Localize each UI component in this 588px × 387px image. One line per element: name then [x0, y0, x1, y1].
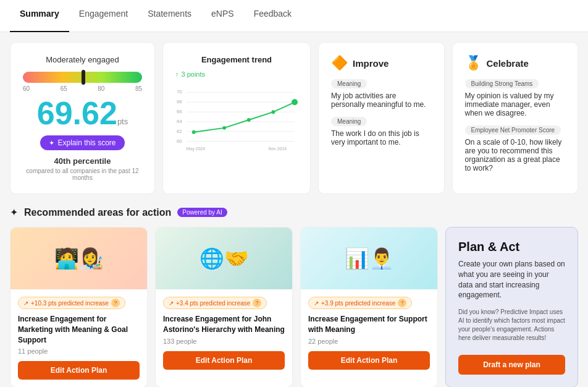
plan-desc: Create your own plans based on what you …	[458, 259, 565, 300]
predict-info-icon[interactable]: ?	[253, 299, 261, 307]
top-navigation: SummaryEngagementStatementseNPSFeedback	[0, 0, 588, 32]
predict-text: +3.4 pts predicted increase	[176, 300, 250, 307]
celebrate-items: Building Strong TeamsMy opinion is value…	[465, 79, 566, 172]
action-card-body: ↗ +3.4 pts predicted increase ? Increase…	[156, 289, 292, 377]
svg-text:68: 68	[177, 99, 182, 104]
predict-arrow-icon: ↗	[314, 300, 319, 307]
celebrate-card-header: 🏅 Celebrate	[465, 55, 566, 71]
celebrate-tag: Building Strong Teams	[465, 79, 539, 88]
nav-tab-summary[interactable]: Summary	[10, 0, 69, 32]
action-card-count: 133 people	[163, 338, 285, 345]
improve-item: MeaningThe work I do on this job is very…	[331, 116, 432, 147]
celebrate-item: Building Strong TeamsMy opinion is value…	[465, 79, 566, 117]
improve-tag: Meaning	[331, 79, 367, 88]
celebrate-item: Employee Net Promoter ScoreOn a scale of…	[465, 125, 566, 172]
celebrate-text: On a scale of 0-10, how likely are you t…	[465, 138, 566, 172]
svg-point-14	[247, 118, 251, 122]
edit-action-plan-button[interactable]: Edit Action Plan	[308, 351, 430, 370]
action-card: 🌐🤝 ↗ +3.4 pts predicted increase ? Incre…	[155, 227, 293, 387]
trend-arrow-icon: ↑	[175, 70, 179, 78]
predict-info-icon[interactable]: ?	[111, 299, 120, 307]
main-content: Moderately engaged 60 65 80 85 69.62pts …	[0, 32, 588, 387]
predict-badge: ↗ +10.3 pts predicted increase ?	[18, 297, 125, 309]
recommended-title: Recommended areas for action	[24, 207, 171, 218]
svg-text:Nov 2024: Nov 2024	[268, 147, 287, 151]
sparkle-icon: ✦	[49, 139, 54, 147]
trend-badge: ↑ 3 points	[175, 70, 298, 78]
draft-new-plan-button[interactable]: Draft a new plan	[458, 355, 565, 375]
svg-text:May 2024: May 2024	[187, 147, 206, 152]
explain-btn-label: Explain this score	[57, 138, 116, 147]
svg-text:62: 62	[177, 129, 182, 134]
predict-badge: ↗ +3.9 pts predicted increase ?	[308, 297, 412, 309]
svg-point-16	[292, 99, 298, 105]
improve-text: My job activities are personally meaning…	[331, 91, 432, 109]
nav-tab-statements[interactable]: Statements	[138, 0, 201, 32]
action-card-image: 📊👨‍💼	[301, 228, 437, 289]
svg-text:66: 66	[177, 109, 182, 114]
action-cards-row: 🧑‍💻👩‍🎨 ↗ +10.3 pts predicted increase ? …	[10, 227, 578, 387]
svg-text:60: 60	[177, 138, 182, 144]
improve-tag: Meaning	[331, 117, 367, 126]
action-card-body: ↗ +3.9 pts predicted increase ? Increase…	[301, 289, 437, 377]
improve-card-header: 🔶 Improve	[331, 55, 432, 71]
celebrate-title: Celebrate	[487, 58, 529, 69]
predict-text: +3.9 pts predicted increase	[321, 300, 395, 307]
predict-info-icon[interactable]: ?	[398, 299, 406, 307]
nav-tab-enps[interactable]: eNPS	[201, 0, 244, 32]
trend-title: Engagement trend	[175, 55, 298, 64]
svg-text:70: 70	[177, 89, 182, 95]
improve-icon: 🔶	[331, 55, 348, 71]
action-card-illustration: 🌐🤝	[200, 247, 249, 270]
action-cards-container: 🧑‍💻👩‍🎨 ↗ +10.3 pts predicted increase ? …	[10, 227, 438, 387]
score-pts-label: pts	[117, 117, 128, 126]
svg-point-15	[271, 110, 275, 114]
nav-tab-engagement[interactable]: Engagement	[69, 0, 138, 32]
svg-point-13	[222, 126, 226, 130]
action-card-count: 22 people	[308, 338, 430, 345]
improve-card: 🔶 Improve MeaningMy job activities are p…	[318, 42, 445, 194]
action-card-count: 11 people	[18, 347, 140, 355]
explain-score-button[interactable]: ✦ Explain this score	[40, 135, 124, 150]
compared-text: compared to all companies in the past 12…	[23, 168, 142, 181]
action-card-title: Increase Engagement for John Astorino's …	[163, 314, 285, 335]
action-card-image: 🌐🤝	[156, 228, 292, 289]
predict-arrow-icon: ↗	[23, 300, 28, 307]
action-card-title: Increase Engagement for Support with Mea…	[308, 314, 430, 335]
action-card-illustration: 📊👨‍💼	[345, 247, 394, 270]
top-cards-row: Moderately engaged 60 65 80 85 69.62pts …	[10, 42, 578, 194]
svg-text:64: 64	[177, 119, 182, 124]
edit-action-plan-button[interactable]: Edit Action Plan	[163, 351, 285, 370]
celebrate-tag: Employee Net Promoter Score	[465, 125, 561, 135]
celebrate-icon: 🏅	[465, 55, 482, 71]
action-card: 🧑‍💻👩‍🎨 ↗ +10.3 pts predicted increase ? …	[10, 227, 148, 387]
score-card: Moderately engaged 60 65 80 85 69.62pts …	[10, 42, 155, 194]
score-card-title: Moderately engaged	[23, 55, 142, 64]
celebrate-card: 🏅 Celebrate Building Strong TeamsMy opin…	[452, 42, 579, 194]
plan-act-card: Plan & Act Create your own plans based o…	[445, 227, 578, 387]
improve-title: Improve	[353, 58, 388, 69]
trend-badge-label: 3 points	[182, 70, 206, 78]
ai-badge: Powered by AI	[177, 208, 227, 217]
improve-items: MeaningMy job activities are personally …	[331, 79, 432, 147]
gauge-labels: 60 65 80 85	[23, 85, 142, 92]
predict-arrow-icon: ↗	[169, 300, 174, 307]
improve-item: MeaningMy job activities are personally …	[331, 79, 432, 109]
score-number: 69.62	[37, 95, 117, 131]
svg-point-12	[192, 130, 196, 134]
trend-card: Engagement trend ↑ 3 points 70 68 66 64 …	[162, 42, 311, 194]
predict-badge: ↗ +3.4 pts predicted increase ?	[163, 297, 267, 309]
gauge-marker	[82, 70, 85, 85]
nav-tab-feedback[interactable]: Feedback	[244, 0, 301, 32]
trend-svg: 70 68 66 64 62 60	[175, 83, 298, 157]
plan-title: Plan & Act	[458, 240, 565, 254]
action-card: 📊👨‍💼 ↗ +3.9 pts predicted increase ? Inc…	[300, 227, 438, 387]
edit-action-plan-button[interactable]: Edit Action Plan	[18, 361, 140, 380]
percentile-text: 40th percentile	[23, 156, 142, 166]
action-card-title: Increase Engagement for Marketing with M…	[18, 314, 140, 345]
celebrate-text: My opinion is valued by my immediate man…	[465, 91, 566, 117]
improve-text: The work I do on this job is very import…	[331, 129, 432, 147]
predict-text: +10.3 pts predicted increase	[31, 300, 109, 307]
action-card-illustration: 🧑‍💻👩‍🎨	[54, 247, 104, 270]
action-card-image: 🧑‍💻👩‍🎨	[10, 228, 147, 289]
